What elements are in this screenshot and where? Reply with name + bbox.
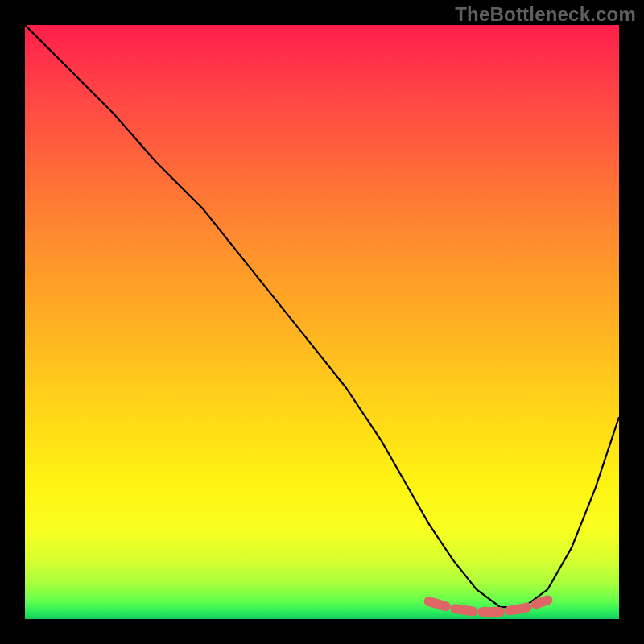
curve-svg: [25, 25, 619, 619]
chart-frame: TheBottleneck.com: [0, 0, 644, 644]
bottleneck-curve: [25, 25, 619, 607]
watermark-text: TheBottleneck.com: [455, 3, 636, 26]
plot-area: [25, 25, 619, 619]
